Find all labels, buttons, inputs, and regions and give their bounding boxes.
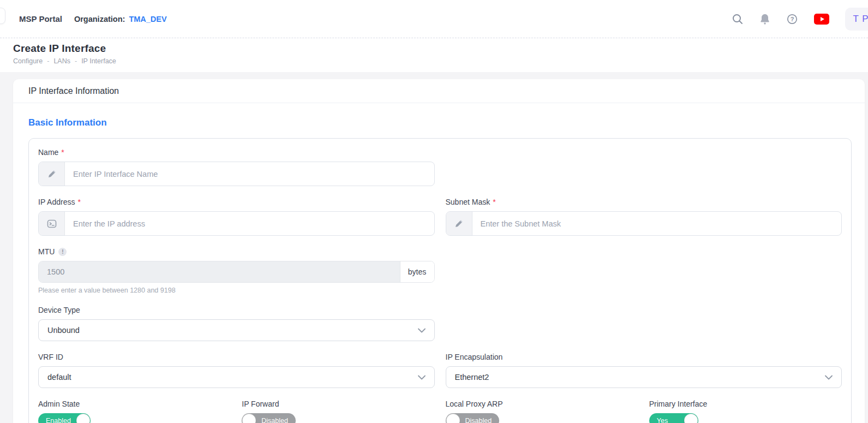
ip-encapsulation-select[interactable]: Ethernet2	[446, 366, 842, 388]
terminal-icon	[39, 212, 65, 235]
primary-interface-label: Primary Interface	[649, 400, 842, 408]
card-title: IP Interface Information	[13, 79, 865, 103]
name-input-group	[38, 162, 435, 186]
field-vrf-id: VRF ID default	[38, 353, 435, 388]
subnet-mask-input[interactable]	[472, 212, 842, 235]
section-title-basic-information: Basic Information	[28, 117, 853, 128]
field-device-type: Device Type Unbound	[38, 306, 435, 341]
field-ip-address: IP Address *	[38, 198, 435, 236]
page-head: Create IP Interface Configure - LANs - I…	[0, 38, 868, 72]
toggle-knob	[684, 414, 698, 423]
mtu-input	[39, 261, 400, 282]
breadcrumb: Configure - LANs - IP Interface	[13, 57, 855, 65]
vrf-id-select[interactable]: default	[38, 366, 435, 388]
ip-encapsulation-label: IP Encapsulation	[446, 353, 842, 361]
svg-text:?: ?	[791, 16, 794, 22]
breadcrumb-ip-interface: IP Interface	[81, 57, 116, 65]
organization-value-link[interactable]: TMA_DEV	[129, 15, 166, 23]
row-vrf-encap: VRF ID default IP Encapsulation Etherne	[38, 353, 842, 388]
organization-label: Organization:	[74, 15, 125, 23]
row-ip-subnet: IP Address *	[38, 198, 842, 236]
device-type-value: Unbound	[47, 326, 80, 335]
vrf-id-value: default	[47, 373, 71, 382]
breadcrumb-configure[interactable]: Configure	[13, 57, 43, 65]
required-asterisk: *	[77, 198, 80, 206]
field-local-proxy-arp: Local Proxy ARP Disabled	[446, 400, 638, 423]
mtu-unit: bytes	[400, 261, 434, 282]
search-icon[interactable]	[732, 13, 744, 25]
toggle-knob	[446, 414, 460, 423]
device-type-label: Device Type	[38, 306, 435, 314]
ip-address-input[interactable]	[65, 212, 434, 235]
breadcrumb-separator: -	[75, 57, 77, 65]
local-proxy-arp-label: Local Proxy ARP	[446, 400, 638, 408]
toggle-state-text: Yes	[657, 417, 668, 423]
mtu-label: MTU !	[38, 247, 435, 256]
sidebar-collapse-tab[interactable]	[0, 8, 5, 24]
subnet-mask-input-group	[446, 211, 842, 236]
mtu-helper-text: Please enter a value between 1280 and 91…	[38, 287, 435, 294]
ip-encapsulation-value: Ethernet2	[455, 373, 489, 382]
toggle-knob	[242, 414, 256, 423]
field-name: Name *	[38, 148, 435, 186]
row-device-type: Device Type Unbound	[38, 306, 842, 341]
ip-address-input-group	[38, 211, 435, 236]
brand-title: MSP Portal	[19, 14, 62, 23]
field-ip-forward: IP Forward Disabled	[242, 400, 434, 423]
youtube-icon[interactable]	[814, 14, 829, 25]
basic-information-groupbox: Name *	[28, 138, 852, 423]
toggle-knob	[76, 414, 90, 423]
breadcrumb-separator: -	[47, 57, 49, 65]
name-label: Name *	[38, 148, 435, 157]
ip-forward-toggle[interactable]: Disabled	[242, 413, 296, 423]
ip-address-label: IP Address *	[38, 198, 435, 206]
top-header: MSP Portal Organization:TMA_DEV ? T P	[0, 0, 868, 38]
card-body: Basic Information Name *	[13, 103, 865, 423]
chevron-down-icon	[418, 328, 426, 333]
ip-forward-label: IP Forward	[242, 400, 434, 408]
field-admin-state: Admin State Enabled	[38, 400, 231, 423]
mtu-input-group: bytes	[38, 261, 435, 283]
vrf-id-label: VRF ID	[38, 353, 435, 361]
primary-interface-toggle[interactable]: Yes	[649, 413, 698, 423]
ip-interface-card: IP Interface Information Basic Informati…	[13, 79, 865, 423]
bell-icon[interactable]	[759, 13, 770, 25]
chevron-down-icon	[418, 375, 426, 380]
row-mtu: MTU ! bytes Please enter a value between…	[38, 247, 842, 294]
local-proxy-arp-toggle[interactable]: Disabled	[446, 413, 500, 423]
field-primary-interface: Primary Interface Yes	[649, 400, 842, 423]
help-icon[interactable]: ?	[786, 13, 798, 25]
breadcrumb-lans[interactable]: LANs	[53, 57, 70, 65]
subnet-mask-label: Subnet Mask *	[446, 198, 842, 206]
topbar-actions: ? T P	[732, 8, 868, 31]
required-asterisk: *	[493, 198, 495, 206]
field-ip-encapsulation: IP Encapsulation Ethernet2	[446, 353, 842, 388]
pencil-icon	[39, 162, 65, 186]
admin-state-toggle[interactable]: Enabled	[38, 413, 91, 423]
field-subnet-mask: Subnet Mask *	[446, 198, 842, 236]
info-icon[interactable]: !	[58, 248, 67, 256]
organization: Organization:TMA_DEV	[74, 15, 167, 23]
pencil-icon	[446, 212, 472, 235]
toggle-state-text: Disabled	[465, 417, 492, 423]
user-avatar[interactable]: T P	[845, 8, 868, 31]
chevron-down-icon	[825, 375, 833, 380]
name-input[interactable]	[65, 162, 434, 186]
row-name: Name *	[38, 148, 842, 186]
toggle-state-text: Disabled	[261, 417, 288, 423]
toggle-state-text: Enabled	[46, 417, 71, 423]
required-asterisk: *	[61, 148, 64, 157]
device-type-select[interactable]: Unbound	[38, 319, 435, 341]
page-title: Create IP Interface	[13, 43, 855, 55]
admin-state-label: Admin State	[38, 400, 231, 408]
row-toggles: Admin State Enabled IP Forward Disabled	[38, 400, 842, 423]
field-mtu: MTU ! bytes Please enter a value between…	[38, 247, 435, 294]
